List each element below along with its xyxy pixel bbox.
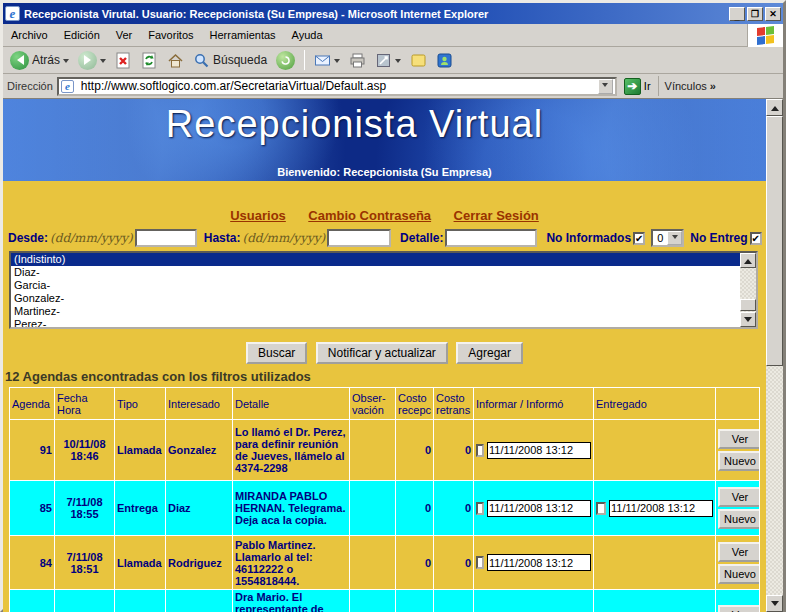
page-scroll-down-icon[interactable] xyxy=(766,595,783,612)
title-bar: e Recepcionista Virutal. Usuario: Recepc… xyxy=(3,3,783,24)
page-favicon-icon: e xyxy=(61,80,74,93)
cell-detalle: MIRANDA PABLO HERNAN. Telegrama. Deja ac… xyxy=(233,481,350,536)
listbox-scroll-down-icon[interactable] xyxy=(740,312,756,327)
cell-costo-recepc: 0 xyxy=(396,420,434,481)
buscar-button[interactable]: Buscar xyxy=(246,342,307,364)
detalle-label: Detalle: xyxy=(400,231,443,245)
mail-button[interactable] xyxy=(311,51,343,70)
mail-dropdown-icon[interactable] xyxy=(334,59,340,66)
search-button[interactable]: Búsqueda xyxy=(190,51,270,70)
stop-button[interactable] xyxy=(112,51,135,70)
links-toolbar[interactable]: Vínculos » xyxy=(658,76,716,96)
listbox-scroll-up-icon[interactable] xyxy=(740,253,756,268)
cell-detalle: Dra Mario. El representante de SAMA en e… xyxy=(233,590,350,612)
entregado-checkbox[interactable] xyxy=(596,502,606,515)
page-scroll-thumb[interactable] xyxy=(766,116,783,366)
listbox-scrollbar[interactable] xyxy=(740,253,756,327)
informar-checkbox[interactable] xyxy=(476,556,484,569)
informar-date-input[interactable] xyxy=(487,500,591,517)
hasta-input[interactable] xyxy=(327,229,391,247)
nuevo-button[interactable]: Nuevo xyxy=(718,564,760,584)
messenger-button[interactable] xyxy=(433,51,456,70)
ver-button[interactable]: Ver xyxy=(718,429,760,449)
notificar-actualizar-button[interactable]: Notificar y actualizar xyxy=(316,342,448,364)
menu-edicion[interactable]: Edición xyxy=(56,25,108,45)
no-entreg-checkbox[interactable]: ✔ xyxy=(750,232,762,245)
no-entreg-label: No Entreg xyxy=(690,231,747,245)
ie-logo-icon: e xyxy=(5,6,20,21)
cell-agenda: 85 xyxy=(10,481,55,536)
discuss-icon xyxy=(410,52,427,69)
select-dropdown-icon[interactable] xyxy=(667,231,682,245)
cell-interesado: Rodriguez xyxy=(166,536,233,590)
informar-date-input[interactable] xyxy=(487,442,591,459)
col-informar: Informar / Informó xyxy=(474,388,594,420)
cell-actions: Ver Nuevo xyxy=(716,481,760,536)
refresh-icon xyxy=(141,52,158,69)
edit-button[interactable] xyxy=(372,51,404,70)
entregado-date-input[interactable] xyxy=(609,500,713,517)
detalle-input[interactable] xyxy=(445,229,537,247)
menu-archivo[interactable]: Archivo xyxy=(3,25,56,45)
cell-agenda: 91 xyxy=(10,420,55,481)
home-button[interactable] xyxy=(164,51,187,70)
maximize-button[interactable]: ❐ xyxy=(747,7,763,21)
agregar-button[interactable]: Agregar xyxy=(456,342,523,364)
informar-checkbox[interactable] xyxy=(476,502,484,515)
list-item-diaz[interactable]: Diaz- xyxy=(11,266,756,279)
list-item-perez[interactable]: Perez- xyxy=(11,318,756,329)
edit-dropdown-icon[interactable] xyxy=(395,59,401,66)
history-button[interactable] xyxy=(273,50,298,71)
print-button[interactable] xyxy=(346,51,369,70)
action-buttons: Buscar Notificar y actualizar Agregar xyxy=(3,342,766,364)
desde-input[interactable] xyxy=(135,229,197,247)
table-header-row: Agenda Fecha Hora Tipo Interesado Detall… xyxy=(10,388,760,420)
cell-costo-retrans: 0 xyxy=(434,481,474,536)
cell-interesado: Gonzalez xyxy=(166,420,233,481)
ver-button[interactable]: Ver xyxy=(718,487,760,507)
forward-button[interactable] xyxy=(75,50,109,71)
informar-checkbox[interactable] xyxy=(476,444,484,457)
page-scroll-up-icon[interactable] xyxy=(766,99,783,116)
results-heading: 12 Agendas encontradas con los filtros u… xyxy=(5,369,766,384)
address-dropdown-icon[interactable] xyxy=(598,79,613,94)
menu-ayuda[interactable]: Ayuda xyxy=(284,25,331,45)
list-item-gonzalez[interactable]: Gonzalez- xyxy=(11,292,756,305)
nuevo-button[interactable]: Nuevo xyxy=(718,451,760,471)
discuss-button[interactable] xyxy=(407,51,430,70)
refresh-button[interactable] xyxy=(138,51,161,70)
windows-logo-icon xyxy=(747,24,783,47)
nuevo-button[interactable]: Nuevo xyxy=(718,509,760,529)
page-scrollbar[interactable] xyxy=(766,99,783,612)
cell-entregado xyxy=(594,420,716,481)
back-dropdown-icon[interactable] xyxy=(63,59,69,66)
count-select[interactable]: 0 xyxy=(651,229,684,247)
cell-costo-retrans: 0 xyxy=(434,536,474,590)
close-button[interactable]: ✕ xyxy=(765,7,781,21)
link-cerrar-sesion[interactable]: Cerrar Sesión xyxy=(454,208,539,223)
forward-dropdown-icon[interactable] xyxy=(100,59,106,66)
informar-date-input[interactable] xyxy=(487,554,591,571)
listbox-scroll-thumb[interactable] xyxy=(740,299,756,311)
link-usuarios[interactable]: Usuarios xyxy=(230,208,286,223)
list-item-martinez[interactable]: Martinez- xyxy=(11,305,756,318)
cell-interesado: Diaz xyxy=(166,481,233,536)
cell-detalle: Pablo Martinez. Llamarlo al tel: 4611222… xyxy=(233,536,350,590)
go-button[interactable]: ➔ Ir xyxy=(621,77,654,96)
list-item-indistinto[interactable]: (Indistinto) xyxy=(11,253,756,266)
minimize-button[interactable]: _ xyxy=(729,7,745,21)
nav-links: Usuarios Cambio Contraseña Cerrar Sesión xyxy=(3,181,766,224)
back-button[interactable]: Atrás xyxy=(7,50,72,71)
link-cambio-contrasena[interactable]: Cambio Contraseña xyxy=(308,208,431,223)
no-informados-checkbox[interactable]: ✔ xyxy=(633,232,645,245)
menu-herramientas[interactable]: Herramientas xyxy=(202,25,284,45)
table-row: Dra Mario. El representante de SAMA en e… xyxy=(10,590,760,612)
desde-label: Desde: xyxy=(8,231,48,245)
menu-favoritos[interactable]: Favoritos xyxy=(140,25,201,45)
interesado-listbox[interactable]: (Indistinto) Diaz- Garcia- Gonzalez- Mar… xyxy=(9,251,758,329)
ver-button[interactable]: Ver xyxy=(718,542,760,562)
address-input[interactable]: e http://www.softlogico.com.ar/Secretari… xyxy=(57,77,617,96)
menu-ver[interactable]: Ver xyxy=(108,25,141,45)
ver-button[interactable]: Ver xyxy=(718,605,760,612)
list-item-garcia[interactable]: Garcia- xyxy=(11,279,756,292)
